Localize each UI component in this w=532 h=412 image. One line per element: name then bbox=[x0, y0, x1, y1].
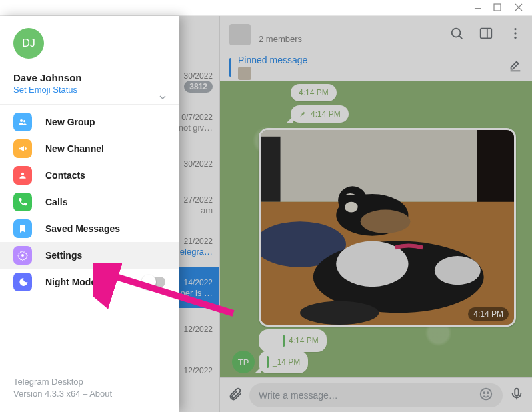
menu-label: Settings bbox=[45, 250, 82, 261]
svg-point-26 bbox=[21, 254, 24, 257]
menu-label: Contacts bbox=[45, 170, 85, 181]
gear-icon bbox=[13, 246, 32, 265]
menu-new-group[interactable]: New Group bbox=[0, 109, 179, 135]
drawer-footer: Telegram Desktop Version 4.3.3 x64 – Abo… bbox=[0, 365, 179, 412]
moon-icon bbox=[13, 273, 32, 291]
menu-scrim[interactable] bbox=[179, 16, 532, 412]
menu-saved[interactable]: Saved Messages bbox=[0, 215, 179, 242]
menu-label: New Channel bbox=[45, 143, 104, 154]
group-icon bbox=[13, 113, 32, 131]
menu-night-mode[interactable]: Night Mode bbox=[0, 269, 179, 295]
svg-rect-0 bbox=[494, 4, 501, 11]
phone-icon bbox=[13, 193, 32, 211]
window-close[interactable] bbox=[515, 3, 523, 13]
app-name: Telegram Desktop bbox=[13, 376, 165, 388]
menu-label: Calls bbox=[45, 197, 67, 207]
contact-icon bbox=[13, 166, 32, 185]
profile-avatar[interactable]: DJ bbox=[13, 28, 44, 59]
svg-point-23 bbox=[20, 119, 23, 122]
menu-label: Saved Messages bbox=[45, 223, 120, 234]
menu-label: New Group bbox=[45, 117, 95, 127]
emoji-status-link[interactable]: Set Emoji Status bbox=[13, 85, 165, 95]
night-mode-toggle[interactable] bbox=[143, 277, 165, 287]
megaphone-icon bbox=[13, 139, 32, 158]
svg-point-24 bbox=[23, 120, 25, 122]
hamburger-menu: DJ Dave Johnson Set Emoji Status New Gro… bbox=[0, 16, 179, 412]
app-version[interactable]: Version 4.3.3 x64 – About bbox=[13, 388, 165, 400]
bookmark-icon bbox=[13, 219, 32, 238]
svg-point-25 bbox=[21, 173, 24, 175]
menu-new-channel[interactable]: New Channel bbox=[0, 135, 179, 162]
menu-contacts[interactable]: Contacts bbox=[0, 162, 179, 189]
menu-calls[interactable]: Calls bbox=[0, 189, 179, 215]
chevron-down-icon[interactable] bbox=[157, 92, 168, 105]
menu-settings[interactable]: Settings bbox=[0, 242, 179, 269]
window-min[interactable]: ─ bbox=[475, 3, 480, 13]
profile-name: Dave Johnson bbox=[13, 72, 165, 83]
menu-label: Night Mode bbox=[45, 277, 96, 287]
window-max[interactable] bbox=[493, 3, 501, 13]
window-titlebar: ─ bbox=[0, 0, 532, 16]
